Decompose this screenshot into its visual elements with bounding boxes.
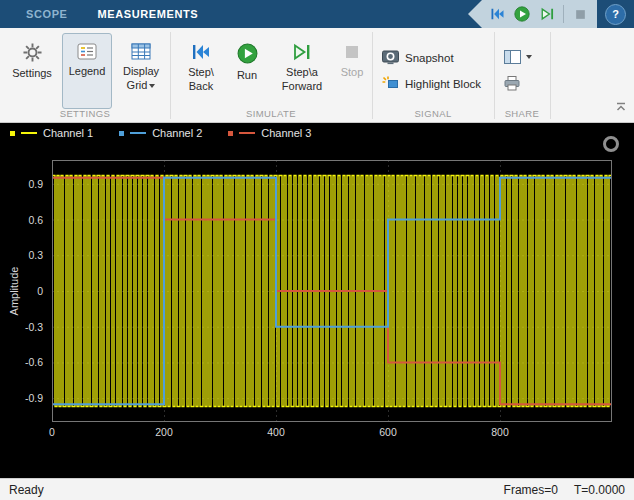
step-forward-label-1: Step\a [286, 66, 318, 79]
run-button[interactable]: Run [226, 33, 268, 109]
section-separator [494, 32, 495, 119]
panel-separator [563, 5, 564, 23]
scope-window: SCOPE MEASUREMENTS [0, 0, 634, 500]
window-layout-icon [504, 50, 521, 64]
stop-quick-button[interactable] [571, 5, 589, 23]
display-grid-button[interactable]: Display Grid [116, 33, 166, 109]
legend-label-channel-1: Channel 1 [43, 127, 93, 139]
run-icon [514, 6, 530, 22]
channel-1-line-icon [21, 132, 37, 134]
snapshot-label: Snapshot [405, 52, 454, 64]
y-tick-label: -0.3 [25, 321, 43, 333]
step-back-quick-button[interactable] [488, 5, 506, 23]
step-back-icon [490, 7, 505, 21]
section-separator [372, 32, 373, 119]
y-tick-label: 0.9 [28, 178, 43, 190]
help-button[interactable]: ? [605, 4, 626, 25]
legend-entry-channel-1[interactable]: Channel 1 [10, 127, 93, 139]
run-label: Run [237, 69, 257, 82]
section-label-simulate: SIMULATE [170, 108, 372, 119]
quick-run-panel [468, 0, 597, 28]
legend-label-channel-2: Channel 2 [152, 127, 202, 139]
x-tick-label: 400 [261, 426, 291, 438]
dropdown-arrow-icon [149, 84, 155, 88]
toolbar: Settings Legend Displ [0, 28, 634, 123]
channel-2-line-icon [130, 132, 146, 134]
display-grid-icon [131, 43, 151, 60]
settings-button[interactable]: Settings [6, 33, 58, 109]
section-label-settings: SETTINGS [0, 108, 170, 119]
step-back-button[interactable]: Step\ Back [178, 33, 224, 109]
legend-button[interactable]: Legend [62, 33, 112, 109]
quick-access-controls: ? [468, 0, 634, 28]
step-back-label-2: Back [189, 80, 213, 93]
stop-icon [574, 8, 587, 21]
legend-icon [77, 43, 97, 60]
scope-plot-canvas[interactable] [52, 160, 612, 422]
ribbon-tabs: SCOPE MEASUREMENTS [26, 8, 198, 20]
legend-label: Legend [69, 65, 106, 78]
y-tick-label: 0.3 [28, 249, 43, 261]
print-button[interactable] [504, 76, 520, 91]
circle-indicator[interactable] [603, 136, 619, 152]
title-bar: SCOPE MEASUREMENTS [0, 0, 634, 28]
channel-3-line-icon [239, 132, 255, 134]
printer-icon [504, 76, 520, 91]
step-forward-quick-button[interactable] [538, 5, 556, 23]
y-tick-label: 0 [37, 285, 43, 297]
x-tick-label: 800 [485, 426, 515, 438]
settings-label: Settings [12, 67, 52, 80]
stop-button[interactable]: Stop [334, 33, 370, 109]
step-forward-icon [540, 7, 555, 21]
legend-entry-channel-2[interactable]: Channel 2 [119, 127, 202, 139]
stop-icon [343, 43, 361, 61]
section-label-share: SHARE [494, 108, 550, 119]
step-forward-label-2: Forward [282, 80, 322, 93]
collapse-toolstrip-button[interactable] [615, 98, 627, 116]
highlight-block-button[interactable]: Highlight Block [382, 76, 481, 91]
legend-entry-channel-3[interactable]: Channel 3 [228, 127, 311, 139]
section-separator [170, 32, 171, 119]
y-tick-label: -0.6 [25, 356, 43, 368]
stop-label: Stop [341, 66, 364, 79]
layout-share-button[interactable] [504, 50, 532, 64]
step-back-icon [191, 43, 211, 61]
x-tick-label: 200 [149, 426, 179, 438]
status-bar: Ready Frames=0 T=0.0000 [0, 478, 634, 500]
status-frames: Frames=0 [504, 483, 558, 497]
highlight-block-icon [382, 76, 399, 91]
status-ready: Ready [9, 483, 44, 497]
section-label-signal: SIGNAL [372, 108, 494, 119]
dropdown-arrow-icon [526, 55, 532, 59]
legend-label-channel-3: Channel 3 [261, 127, 311, 139]
tab-scope[interactable]: SCOPE [26, 8, 68, 20]
step-forward-button[interactable]: Step\a Forward [272, 33, 332, 109]
x-axis-ticks: 0200400600800 [52, 426, 612, 440]
channel-1-key-icon [10, 131, 15, 136]
display-grid-label-2: Grid [127, 79, 148, 92]
step-forward-icon [292, 43, 312, 61]
section-separator [550, 32, 551, 119]
y-tick-label: 0.6 [28, 214, 43, 226]
collapse-toolstrip-icon [615, 102, 627, 112]
status-time: T=0.0000 [574, 483, 625, 497]
channel-legend: Channel 1 Channel 2 Channel 3 [10, 127, 311, 139]
step-back-label-1: Step\ [188, 66, 214, 79]
snapshot-icon [382, 50, 399, 65]
status-right: Frames=0 T=0.0000 [504, 483, 625, 497]
highlight-block-label: Highlight Block [405, 78, 481, 90]
display-grid-label-1: Display [123, 65, 159, 78]
channel-2-key-icon [119, 131, 124, 136]
x-tick-label: 0 [37, 426, 67, 438]
y-tick-label: -0.9 [25, 392, 43, 404]
channel-3-key-icon [228, 131, 233, 136]
scope-display: Channel 1 Channel 2 Channel 3 0.90.60.30… [0, 123, 634, 478]
run-icon [237, 43, 258, 64]
x-tick-label: 600 [373, 426, 403, 438]
tab-measurements[interactable]: MEASUREMENTS [98, 8, 199, 20]
gear-icon [23, 43, 42, 62]
snapshot-button[interactable]: Snapshot [382, 50, 454, 65]
run-quick-button[interactable] [513, 5, 531, 23]
y-axis-label: Amplitude [8, 267, 20, 316]
